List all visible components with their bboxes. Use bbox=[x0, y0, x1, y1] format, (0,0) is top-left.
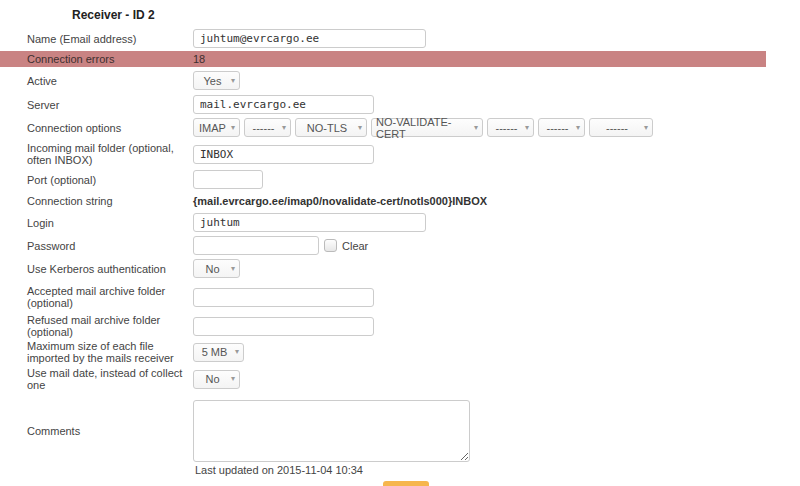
use-mail-date-select[interactable]: No ▾ bbox=[193, 370, 240, 389]
clear-password-checkbox[interactable] bbox=[324, 239, 337, 252]
port-input[interactable] bbox=[193, 170, 263, 189]
option-7-select[interactable]: ------ ▾ bbox=[589, 118, 653, 137]
tls-select-value: NO-TLS bbox=[307, 122, 347, 134]
max-size-row: Maximum size of each file imported by th… bbox=[0, 340, 766, 364]
chevron-down-icon: ▾ bbox=[525, 123, 529, 132]
name-input[interactable] bbox=[193, 29, 426, 48]
save-row: Save bbox=[383, 481, 766, 486]
max-size-select[interactable]: 5 MB ▾ bbox=[193, 343, 244, 362]
kerberos-select-value: No bbox=[205, 263, 219, 275]
option-7-select-value: ------ bbox=[606, 122, 628, 134]
chevron-down-icon: ▾ bbox=[644, 123, 648, 132]
kerberos-label: Use Kerberos authentication bbox=[0, 263, 193, 275]
save-button[interactable]: Save bbox=[383, 481, 429, 486]
protocol-select-value: IMAP bbox=[199, 122, 226, 134]
clear-password-label: Clear bbox=[342, 240, 368, 252]
refused-folder-input[interactable] bbox=[193, 317, 374, 336]
connection-errors-value: 18 bbox=[193, 53, 205, 65]
connection-options-label: Connection options bbox=[0, 122, 193, 134]
connection-string-row: Connection string {mail.evrcargo.ee/imap… bbox=[0, 195, 766, 207]
kerberos-select[interactable]: No ▾ bbox=[193, 259, 240, 278]
chevron-down-icon: ▾ bbox=[576, 123, 580, 132]
receiver-settings-page: Receiver - ID 2 Name (Email address) Con… bbox=[0, 8, 766, 486]
connection-errors-row: Connection errors 18 bbox=[0, 51, 766, 67]
active-row: Active Yes ▾ bbox=[0, 71, 766, 90]
chevron-down-icon: ▾ bbox=[231, 264, 235, 273]
option-6-select-value: ------ bbox=[547, 122, 569, 134]
use-mail-date-select-value: No bbox=[205, 373, 219, 385]
chevron-down-icon: ▾ bbox=[235, 347, 239, 356]
chevron-down-icon: ▾ bbox=[282, 123, 286, 132]
use-mail-date-label: Use mail date, instead of collect one bbox=[0, 367, 193, 391]
kerberos-row: Use Kerberos authentication No ▾ bbox=[0, 259, 766, 278]
login-row: Login bbox=[0, 213, 766, 232]
server-label: Server bbox=[0, 99, 193, 111]
option-5-select[interactable]: ------ ▾ bbox=[487, 118, 534, 137]
login-input[interactable] bbox=[193, 213, 426, 232]
option-2-select-value: ------ bbox=[253, 122, 275, 134]
name-row: Name (Email address) bbox=[0, 29, 766, 48]
protocol-select[interactable]: IMAP ▾ bbox=[193, 118, 240, 137]
comments-row: Comments bbox=[0, 400, 766, 462]
server-input[interactable] bbox=[193, 95, 374, 114]
tls-select[interactable]: NO-TLS ▾ bbox=[295, 118, 367, 137]
name-label: Name (Email address) bbox=[0, 33, 193, 45]
max-size-select-value: 5 MB bbox=[202, 346, 228, 358]
port-label: Port (optional) bbox=[0, 174, 193, 186]
page-title: Receiver - ID 2 bbox=[72, 8, 766, 22]
chevron-down-icon: ▾ bbox=[474, 123, 478, 132]
option-6-select[interactable]: ------ ▾ bbox=[538, 118, 585, 137]
active-select-value: Yes bbox=[204, 75, 222, 87]
password-row: Password Clear bbox=[0, 236, 766, 255]
option-5-select-value: ------ bbox=[496, 122, 518, 134]
login-label: Login bbox=[0, 217, 193, 229]
chevron-down-icon: ▾ bbox=[231, 76, 235, 85]
use-mail-date-row: Use mail date, instead of collect one No… bbox=[0, 367, 766, 391]
accepted-folder-row: Accepted mail archive folder (optional) bbox=[0, 285, 766, 309]
incoming-folder-label: Incoming mail folder (optional, often IN… bbox=[0, 142, 193, 166]
chevron-down-icon: ▾ bbox=[231, 374, 235, 383]
server-row: Server bbox=[0, 95, 766, 114]
max-size-label: Maximum size of each file imported by th… bbox=[0, 340, 193, 364]
chevron-down-icon: ▾ bbox=[358, 123, 362, 132]
connection-options-row: Connection options IMAP ▾ ------ ▾ NO-TL… bbox=[0, 118, 766, 137]
refused-folder-row: Refused mail archive folder (optional) bbox=[0, 314, 766, 338]
refused-folder-label: Refused mail archive folder (optional) bbox=[0, 314, 193, 338]
comments-textarea[interactable] bbox=[193, 400, 470, 462]
password-label: Password bbox=[0, 240, 193, 252]
last-updated-text: Last updated on 2015-11-04 10:34 bbox=[195, 464, 766, 476]
validate-cert-select-value: NO-VALIDATE-CERT bbox=[376, 116, 470, 140]
connection-errors-label: Connection errors bbox=[0, 53, 193, 65]
active-select[interactable]: Yes ▾ bbox=[193, 71, 240, 90]
accepted-folder-input[interactable] bbox=[193, 288, 374, 307]
accepted-folder-label: Accepted mail archive folder (optional) bbox=[0, 285, 193, 309]
chevron-down-icon: ▾ bbox=[231, 123, 235, 132]
validate-cert-select[interactable]: NO-VALIDATE-CERT ▾ bbox=[371, 118, 483, 137]
password-input[interactable] bbox=[193, 236, 319, 255]
port-row: Port (optional) bbox=[0, 170, 766, 189]
comments-label: Comments bbox=[0, 425, 193, 437]
incoming-folder-input[interactable] bbox=[193, 145, 374, 164]
active-label: Active bbox=[0, 75, 193, 87]
connection-string-value: {mail.evrcargo.ee/imap0/novalidate-cert/… bbox=[193, 195, 487, 207]
connection-string-label: Connection string bbox=[0, 195, 193, 207]
incoming-folder-row: Incoming mail folder (optional, often IN… bbox=[0, 142, 766, 166]
option-2-select[interactable]: ------ ▾ bbox=[244, 118, 291, 137]
